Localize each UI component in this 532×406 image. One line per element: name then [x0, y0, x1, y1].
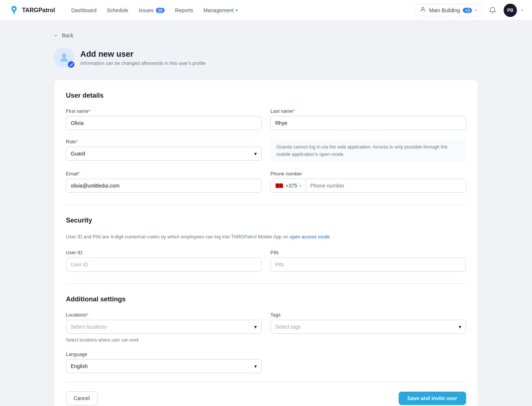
- email-label: Email*: [66, 171, 262, 176]
- phone-label: Phone number: [270, 171, 466, 176]
- divider: [66, 204, 466, 205]
- phone-number-input[interactable]: [306, 179, 466, 192]
- user-details-section-title: User details: [66, 92, 466, 99]
- language-chevron-icon: ▾: [254, 363, 257, 369]
- security-section-title: Security: [66, 217, 466, 224]
- pin-input[interactable]: [270, 258, 466, 272]
- phone-input-group: +375 ▾: [270, 179, 466, 193]
- building-extra: +3: [463, 8, 472, 13]
- required-star: *: [76, 139, 78, 144]
- bell-icon: [489, 7, 496, 14]
- page: ← Back Add new user Information can be c…: [45, 21, 487, 406]
- first-name-label: First name*: [66, 108, 262, 114]
- tags-group: Tags Select tags ▾: [270, 312, 466, 343]
- locations-tags-row: Locations* Select locations ▾ Select loc…: [66, 312, 466, 343]
- save-invite-button[interactable]: Save and invite user: [399, 392, 466, 405]
- main-nav: Dashboard Schedule Issues 10 Reports Man…: [67, 5, 403, 15]
- language-label: Language: [66, 351, 262, 357]
- page-title: Add new user: [80, 49, 206, 59]
- user-icon: [420, 7, 426, 14]
- nav-schedule[interactable]: Schedule: [102, 5, 133, 15]
- tags-chevron-icon: ▾: [459, 324, 461, 330]
- tags-label: Tags: [270, 312, 466, 318]
- add-user-avatar-graphic: [59, 52, 70, 63]
- phone-prefix-code: +375: [286, 183, 297, 189]
- logo[interactable]: TARGPatrol: [9, 5, 55, 15]
- divider2: [66, 283, 466, 284]
- header: TARGPatrol Dashboard Schedule Issues 10 …: [0, 0, 532, 21]
- open-access-mode-link[interactable]: open access mode: [290, 234, 330, 239]
- pin-group: PIN: [270, 250, 466, 272]
- userid-group: User ID: [66, 250, 262, 272]
- phone-prefix-chevron-icon: ▾: [300, 184, 301, 188]
- last-name-group: Last name*: [270, 108, 466, 130]
- locations-group: Locations* Select locations ▾ Select loc…: [66, 312, 262, 343]
- first-name-group: First name*: [66, 108, 262, 130]
- back-button[interactable]: ← Back: [54, 32, 478, 38]
- email-input[interactable]: [66, 179, 262, 193]
- header-right: Main Building +3 ▾ PB ▾: [415, 4, 523, 17]
- form-card: User details First name* Last name* Role…: [54, 80, 478, 406]
- locations-select[interactable]: Select locations ▾: [66, 320, 262, 334]
- locations-label: Locations*: [66, 312, 262, 318]
- userid-pin-row: User ID PIN: [66, 250, 466, 272]
- locations-chevron-icon: ▾: [254, 324, 257, 330]
- nav-dashboard[interactable]: Dashboard: [67, 5, 101, 15]
- additional-section-title: Additional settings: [66, 295, 466, 303]
- name-row: First name* Last name*: [66, 108, 466, 130]
- language-spacer: [270, 351, 466, 373]
- email-phone-row: Email* Phone number +375 ▾: [66, 171, 466, 193]
- role-hint: Guards cannot log in via the web applica…: [270, 139, 466, 162]
- logo-text: TARGPatrol: [22, 7, 55, 14]
- avatar-chevron-icon: ▾: [521, 8, 523, 12]
- svg-point-2: [62, 53, 66, 58]
- nav-reports[interactable]: Reports: [171, 5, 197, 15]
- flag-icon: [275, 183, 283, 188]
- role-row: Role* Guard ▾ Guards cannot log in via t…: [66, 139, 466, 162]
- building-chevron-icon: ▾: [475, 8, 477, 12]
- role-chevron-icon: ▾: [254, 151, 257, 157]
- card-footer: Cancel Save and invite user: [66, 382, 466, 405]
- building-selector[interactable]: Main Building +3 ▾: [415, 4, 482, 16]
- required-star: *: [88, 108, 90, 114]
- page-title-area: Add new user Information can be changed …: [80, 49, 206, 66]
- tags-select[interactable]: Select tags ▾: [270, 320, 466, 334]
- role-select[interactable]: Guard ▾: [66, 147, 262, 161]
- pin-label: PIN: [270, 250, 466, 255]
- cancel-button[interactable]: Cancel: [66, 391, 98, 405]
- last-name-label: Last name*: [270, 108, 466, 114]
- avatar-edit-badge: [68, 61, 74, 68]
- issues-badge: 10: [156, 8, 165, 13]
- language-row: Language English ▾: [66, 351, 466, 373]
- language-group: Language English ▾: [66, 351, 262, 373]
- svg-point-0: [13, 8, 15, 10]
- nav-management[interactable]: Management ▾: [199, 5, 242, 15]
- phone-prefix-button[interactable]: +375 ▾: [271, 179, 306, 192]
- email-group: Email*: [66, 171, 262, 193]
- userid-input[interactable]: [66, 258, 262, 272]
- locations-hint: Select locations where user can work: [66, 337, 262, 343]
- phone-group: Phone number +375 ▾: [270, 171, 466, 193]
- building-name: Main Building: [429, 7, 460, 13]
- first-name-input[interactable]: [66, 116, 262, 130]
- userid-label: User ID: [66, 250, 262, 255]
- security-description: User ID and PIN are 4-digit numerical co…: [66, 233, 466, 241]
- user-avatar-icon: [54, 47, 74, 68]
- notifications-button[interactable]: [486, 4, 499, 17]
- page-header: Add new user Information can be changed …: [54, 47, 478, 68]
- logo-icon: [9, 5, 19, 15]
- required-star: *: [293, 108, 295, 114]
- role-group: Role* Guard ▾: [66, 139, 262, 162]
- management-chevron-icon: ▾: [236, 8, 238, 12]
- user-avatar[interactable]: PB: [504, 4, 517, 17]
- page-subtitle: Information can be changed afterwards in…: [80, 60, 206, 66]
- required-star: *: [78, 171, 80, 176]
- back-arrow-icon: ←: [54, 32, 59, 38]
- svg-point-1: [422, 7, 424, 10]
- nav-issues[interactable]: Issues 10: [134, 5, 169, 15]
- required-star: *: [87, 312, 88, 318]
- role-label: Role*: [66, 139, 262, 144]
- last-name-input[interactable]: [270, 116, 466, 130]
- language-select[interactable]: English ▾: [66, 359, 262, 373]
